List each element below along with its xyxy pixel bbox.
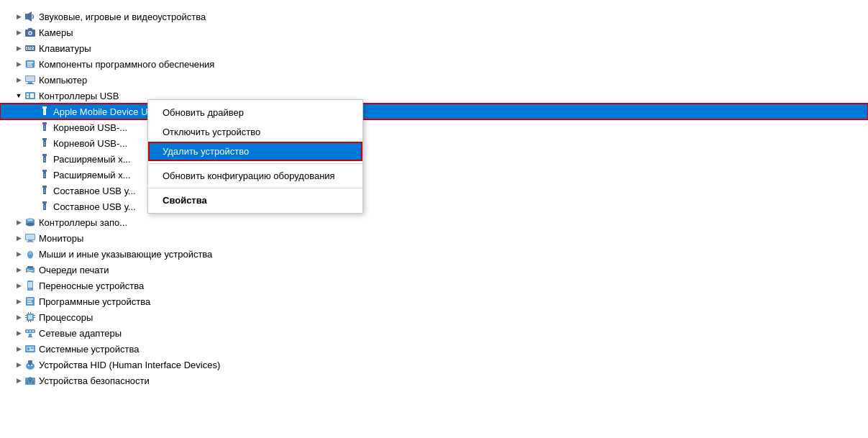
svg-point-53 (44, 207, 45, 209)
tree-item-extended1[interactable]: Расширяемый х... (0, 151, 868, 167)
system-dm-icon (24, 343, 36, 355)
expand-arrow-audio[interactable]: ▶ (14, 12, 23, 21)
tree-item-keyboards[interactable]: ▶ Клавиатуры (0, 40, 868, 56)
svg-rect-86 (30, 321, 31, 322)
svg-point-45 (44, 175, 45, 177)
portable-dm-icon (24, 280, 36, 291)
expand-arrow-system[interactable]: ▶ (14, 345, 23, 353)
svg-point-37 (44, 144, 45, 145)
svg-rect-28 (44, 111, 45, 111)
components-label: Компоненты программного обеспечения (39, 59, 214, 70)
svg-rect-34 (42, 138, 47, 140)
extended2-label: Расширяемый х... (53, 170, 131, 181)
composite2-label: Составное USB у... (53, 201, 136, 212)
svg-marker-1 (28, 12, 32, 22)
svg-rect-84 (30, 312, 31, 314)
tree-item-network[interactable]: ▶ Сетевые адаптеры (0, 325, 868, 341)
usb-controllers-label: Контроллеры USB (39, 91, 119, 101)
tree-item-computer[interactable]: ▶ Компьютер (0, 72, 868, 88)
expand-arrow-network[interactable]: ▶ (14, 329, 23, 337)
svg-rect-10 (32, 47, 34, 48)
svg-point-56 (26, 223, 35, 227)
device-tree: ▶ Звуковые, игровые и видеоустройства ▶ (0, 6, 868, 391)
svg-point-101 (31, 365, 32, 366)
svg-rect-80 (25, 317, 27, 318)
svg-rect-8 (28, 47, 29, 48)
network-label: Сетевые адаптеры (39, 328, 122, 339)
svg-rect-75 (27, 301, 32, 302)
expand-arrow-computer[interactable]: ▶ (14, 76, 23, 84)
svg-rect-11 (26, 49, 27, 50)
svg-rect-46 (42, 186, 47, 188)
tree-item-processors[interactable]: ▶ Процессоры (0, 309, 868, 325)
ctx-uninstall-device[interactable]: Удалить устройство (148, 142, 362, 161)
tree-item-composite2[interactable]: Составное USB у... (0, 199, 868, 214)
svg-point-100 (28, 365, 29, 366)
tree-item-usb-controllers[interactable]: ▼ Контроллеры USB (0, 88, 868, 104)
tree-item-print[interactable]: ▶ Очереди печати (0, 262, 868, 278)
svg-rect-27 (43, 109, 46, 115)
svg-rect-42 (42, 170, 47, 172)
tree-item-root-hub1[interactable]: Корневой USB-... (0, 119, 868, 135)
expand-arrow-portable[interactable]: ▶ (14, 281, 23, 290)
cpu-dm-icon (24, 311, 36, 323)
tree-item-hid[interactable]: ▶ Устройства HID (Human Interface Device… (0, 357, 868, 373)
svg-rect-30 (42, 122, 47, 124)
expand-arrow-mice[interactable]: ▶ (14, 250, 23, 258)
expand-arrow-usb[interactable]: ▼ (14, 91, 23, 100)
mouse-dm-icon (24, 248, 36, 260)
ctx-scan-hardware[interactable]: Обновить конфигурацию оборудования (148, 166, 362, 186)
svg-rect-60 (28, 240, 32, 242)
tree-item-audio[interactable]: ▶ Звуковые, игровые и видеоустройства (0, 9, 868, 24)
svg-rect-51 (43, 204, 46, 210)
tree-item-extended2[interactable]: Расширяемый х... (0, 167, 868, 183)
tree-item-components[interactable]: ▶ Компоненты программного обеспечения (0, 56, 868, 72)
hid-label: Устройства HID (Human Interface Devices) (39, 360, 220, 370)
tree-item-storage[interactable]: ▶ Контроллеры запо... (0, 214, 868, 230)
svg-rect-59 (26, 234, 35, 239)
processors-label: Процессоры (39, 312, 93, 323)
expand-arrow-monitors[interactable]: ▶ (14, 234, 23, 242)
expand-arrow-software[interactable]: ▶ (14, 297, 23, 306)
ctx-disable-device[interactable]: Отключить устройство (148, 122, 362, 142)
computer-label: Компьютер (39, 75, 87, 86)
network-dm-icon (24, 327, 36, 339)
svg-rect-61 (27, 242, 34, 242)
tree-item-portable[interactable]: ▶ Переносные устройства (0, 278, 868, 293)
svg-rect-68 (27, 272, 31, 273)
component-icon (24, 58, 36, 70)
svg-rect-43 (43, 172, 46, 178)
svg-rect-24 (30, 93, 34, 98)
ctx-update-driver[interactable]: Обновить драйвер (148, 103, 362, 122)
tree-item-cameras[interactable]: ▶ Камеры (0, 24, 868, 40)
svg-rect-12 (28, 49, 31, 50)
expand-arrow-hid[interactable]: ▶ (14, 360, 23, 369)
tree-item-software-devices[interactable]: ▶ Программные устройства (0, 293, 868, 309)
tree-item-apple-driver[interactable]: Apple Mobile Device USB Driver (0, 104, 868, 119)
system-devices-label: Системные устройства (39, 344, 139, 355)
expand-arrow-security[interactable]: ▶ (14, 376, 23, 385)
svg-rect-92 (28, 337, 32, 337)
expand-arrow-keyboards[interactable]: ▶ (14, 44, 23, 53)
expand-arrow-storage[interactable]: ▶ (14, 218, 23, 227)
tree-item-mice[interactable]: ▶ Мыши и иные указывающие устройства (0, 246, 868, 262)
tree-item-security[interactable]: ▶ Устройства безопасности (0, 373, 868, 388)
expand-arrow-components[interactable]: ▶ (14, 60, 23, 68)
svg-point-90 (29, 331, 31, 332)
expand-arrow-cameras[interactable]: ▶ (14, 28, 23, 37)
ctx-properties[interactable]: Свойства (148, 191, 362, 210)
svg-rect-16 (27, 64, 32, 65)
expand-arrow-print[interactable]: ▶ (14, 265, 23, 274)
expand-arrow-processors[interactable]: ▶ (14, 313, 23, 321)
svg-rect-69 (27, 269, 29, 270)
svg-point-29 (44, 112, 45, 114)
tree-item-root-hub2[interactable]: Корневой USB-... (0, 135, 868, 151)
usb-device-icon-ext2 (39, 169, 50, 181)
tree-item-composite1[interactable]: Составное USB у... (0, 183, 868, 199)
svg-point-49 (44, 191, 45, 193)
tree-item-monitors[interactable]: ▶ Мониторы (0, 230, 868, 246)
tree-item-system-devices[interactable]: ▶ Системные устройства (0, 341, 868, 357)
svg-point-25 (27, 95, 29, 96)
svg-rect-9 (30, 47, 32, 48)
storage-label: Контроллеры запо... (39, 217, 127, 228)
